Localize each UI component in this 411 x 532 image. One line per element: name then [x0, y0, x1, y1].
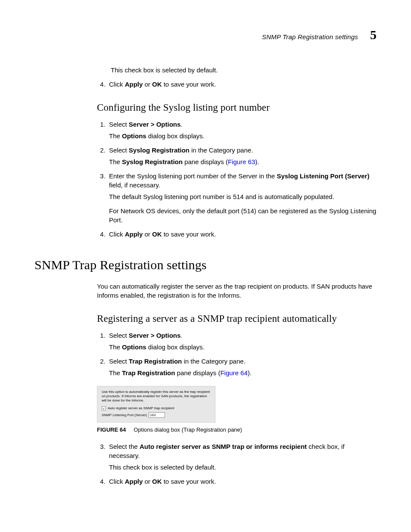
- s4-or: or: [143, 230, 152, 238]
- figure-64-link[interactable]: Figure 64: [220, 369, 247, 376]
- s1-body-a: The: [109, 132, 122, 140]
- syslog-step-2: Select Syslog Registration in the Catego…: [107, 146, 377, 166]
- snmp-s4-apply: Apply: [125, 478, 143, 485]
- figure-desc: Use this option to automatically registe…: [102, 390, 211, 403]
- step-text: Click: [109, 81, 125, 88]
- figure-63-link[interactable]: Figure 63: [228, 158, 255, 165]
- s1-suffix: .: [181, 121, 182, 128]
- s1-body: The Options dialog box displays.: [109, 131, 377, 140]
- syslog-step-3: Enter the Syslog listening port number o…: [107, 171, 377, 224]
- snmp-s2-suffix: in the Category pane.: [182, 358, 246, 365]
- running-header: SNMP Trap Registration settings 5: [34, 26, 377, 44]
- snmp-s2-body-b: Trap Registration: [122, 369, 175, 376]
- s3-body1: The default Syslog listening port number…: [109, 192, 377, 201]
- snmp-s2-body: The Trap Registration pane displays (Fig…: [109, 368, 377, 377]
- snmp-s4-or: or: [143, 478, 152, 485]
- s2-bold: Syslog Registration: [129, 146, 190, 154]
- syslog-step-4: Click Apply or OK to save your work.: [107, 230, 377, 239]
- figure-label: FIGURE 64: [97, 426, 126, 433]
- snmp-intro: You can automatically register the serve…: [97, 282, 377, 300]
- s1-prefix: Select: [109, 121, 129, 128]
- s3-prefix: Enter the Syslog listening port number o…: [109, 172, 277, 180]
- s1-bold: Server > Options: [129, 121, 181, 128]
- figure-checkbox-row: ✓ Auto register server as SNMP trap reci…: [102, 406, 211, 411]
- s4-ok: OK: [152, 230, 162, 238]
- snmp-section: Registering a server as a SNMP trap reci…: [97, 312, 377, 485]
- s2-body-b: Syslog Registration: [122, 158, 183, 165]
- snmp-step-4: Click Apply or OK to save your work.: [107, 477, 377, 486]
- running-title: SNMP Trap Registration settings: [262, 32, 358, 41]
- ok-label: OK: [152, 81, 162, 88]
- s2-body-c: pane displays (: [183, 158, 228, 165]
- snmp-s2-prefix: Select: [109, 358, 129, 365]
- s2-prefix: Select: [109, 146, 129, 154]
- snmp-s2-bold: Trap Registration: [129, 358, 182, 365]
- snmp-step-3: Select the Auto register server as SNMP …: [107, 442, 377, 472]
- s1-body-b: Options: [122, 132, 146, 140]
- snmp-step-2: Select Trap Registration in the Category…: [107, 357, 377, 377]
- snmp-s1-prefix: Select: [109, 332, 129, 339]
- s2-suffix: in the Category pane.: [190, 146, 253, 154]
- figure-checkbox-label: Auto register server as SNMP trap recipi…: [108, 406, 174, 411]
- figure-caption-text: Options dialog box (Trap Registration pa…: [134, 426, 242, 433]
- snmp-s1-bold: Server > Options: [129, 332, 181, 339]
- snmp-s4-ok: OK: [152, 478, 162, 485]
- snmp-s4-prefix: Click: [109, 478, 125, 485]
- snmp-s1-body: The Options dialog box displays.: [109, 342, 377, 352]
- s4-suffix: to save your work.: [162, 230, 216, 238]
- s3-bold: Syslog Listening Port (Server): [277, 172, 369, 180]
- top-step-4: Click Apply or OK to save your work.: [107, 80, 377, 89]
- snmp-s3-body: This check box is selected by default.: [109, 463, 377, 472]
- snmp-s1-body-b: Options: [122, 343, 146, 351]
- s4-apply: Apply: [125, 230, 143, 238]
- snmp-s4-suffix: to save your work.: [162, 478, 216, 485]
- figure-port-row: SNMP Listening Port (Server) 162: [102, 412, 211, 418]
- or-text: or: [143, 81, 152, 88]
- step-suffix: to save your work.: [162, 81, 216, 88]
- s3-suffix: field, if necessary.: [109, 181, 160, 189]
- precheck-note: This check box is selected by default.: [111, 65, 377, 75]
- snmp-s1-body-c: dialog box displays.: [146, 343, 205, 351]
- snmp-h1: SNMP Trap Registration settings: [34, 256, 377, 274]
- snmp-s2-body-c: pane displays (: [175, 369, 220, 376]
- checkbox-icon: ✓: [102, 406, 106, 411]
- page: SNMP Trap Registration settings 5 This c…: [0, 0, 411, 532]
- figure-port-label: SNMP Listening Port (Server): [102, 413, 147, 417]
- figure-64-box: Use this option to automatically registe…: [97, 386, 215, 423]
- snmp-s1-suffix: .: [181, 332, 182, 339]
- s2-body-d: ).: [255, 158, 259, 165]
- s2-body: The Syslog Registration pane displays (F…: [109, 157, 377, 166]
- chapter-number: 5: [370, 26, 377, 44]
- figure-64-caption: FIGURE 64Options dialog box (Trap Regist…: [97, 426, 377, 434]
- top-block: This check box is selected by default. C…: [97, 65, 377, 89]
- syslog-heading: Configuring the Syslog listing port numb…: [97, 101, 377, 115]
- syslog-section: Configuring the Syslog listing port numb…: [97, 101, 377, 239]
- s2-body-a: The: [109, 158, 122, 165]
- snmp-s2-body-a: The: [109, 369, 122, 376]
- snmp-s1-body-a: The: [109, 343, 122, 351]
- s4-prefix: Click: [109, 230, 125, 238]
- figure-port-value: 162: [149, 412, 165, 418]
- snmp-h1-wrap: SNMP Trap Registration settings: [34, 256, 377, 274]
- apply-label: Apply: [125, 81, 143, 88]
- s1-body-c: dialog box displays.: [146, 132, 205, 140]
- snmp-step-1: Select Server > Options. The Options dia…: [107, 331, 377, 352]
- snmp-s2-body-d: ).: [248, 369, 252, 376]
- s3-body2: For Network OS devices, only the default…: [109, 206, 377, 224]
- syslog-step-1: Select Server > Options. The Options dia…: [107, 120, 377, 140]
- snmp-s3-bold: Auto register server as SNMP trap or inf…: [140, 443, 307, 450]
- snmp-s3-prefix: Select the: [109, 443, 140, 450]
- snmp-h2: Registering a server as a SNMP trap reci…: [97, 312, 377, 326]
